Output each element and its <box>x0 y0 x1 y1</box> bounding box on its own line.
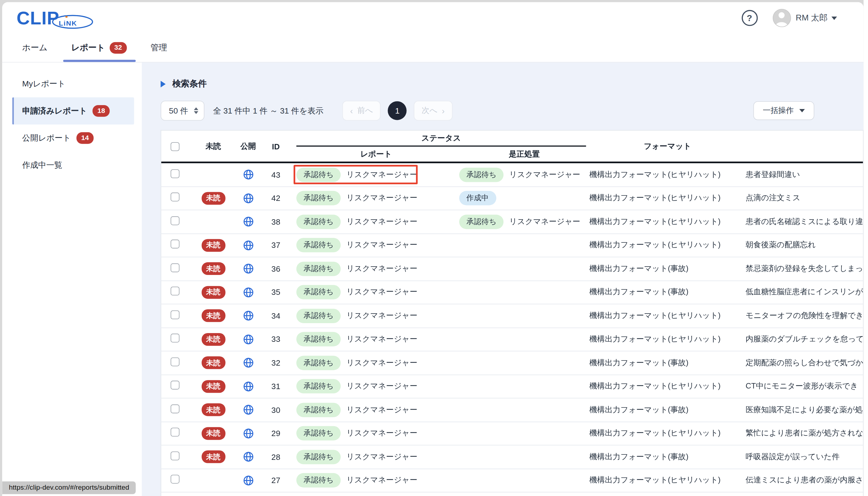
row-checkbox[interactable] <box>171 193 179 201</box>
row-checkbox[interactable] <box>171 404 179 413</box>
report-status-badge: 承認待ち <box>296 426 341 440</box>
table-row[interactable]: 38 承認待ち リスクマネージャー 承認待ち リスクマネージャー 機構出力フォー… <box>161 210 863 234</box>
table-row[interactable]: 未読 30 承認待ち リスクマネージャー 機構出力フォーマット(事故) 医療知識… <box>161 399 863 422</box>
row-checkbox[interactable] <box>171 169 179 178</box>
report-title: 禁忌薬剤の登録を失念してしまった <box>746 264 863 274</box>
row-checkbox[interactable] <box>171 357 179 366</box>
sidebar-submitted-count-badge: 18 <box>92 105 110 117</box>
public-globe-icon <box>243 475 254 486</box>
table-row[interactable]: 未読 31 承認待ち リスクマネージャー 機構出力フォーマット(ヒヤリハット) … <box>161 375 863 399</box>
table-row[interactable]: 未読 29 承認待ち リスクマネージャー 機構出力フォーマット(ヒヤリハット) … <box>161 422 863 445</box>
table-row[interactable]: 未読 35 承認待ち リスクマネージャー 機構出力フォーマット(事故) 低血糖性… <box>161 281 863 304</box>
user-name[interactable]: RM 太郎 <box>796 13 827 23</box>
public-globe-icon <box>243 357 254 368</box>
report-title: 患者の氏名確認ミスによる取り違え <box>746 217 863 227</box>
table-row[interactable]: 未読 36 承認待ち リスクマネージャー 機構出力フォーマット(事故) 禁忌薬剤… <box>161 257 863 281</box>
report-assignee: リスクマネージャー <box>346 193 418 203</box>
sidebar-item-submitted-reports[interactable]: 申請済みレポート 18 <box>12 97 134 124</box>
search-conditions-toggle[interactable]: 検索条件 <box>161 78 864 90</box>
table-row[interactable]: 未読 32 承認待ち リスクマネージャー 機構出力フォーマット(事故) 定期配薬… <box>161 352 863 375</box>
report-format: 機構出力フォーマット(ヒヤリハット) <box>589 334 746 344</box>
col-header-report: レポート <box>293 149 459 159</box>
report-title: 朝食後薬の配膳忘れ <box>746 240 863 250</box>
table-row[interactable]: 未読 37 承認待ち リスクマネージャー 機構出力フォーマット(ヒヤリハット) … <box>161 234 863 257</box>
correction-status-cell <box>459 445 589 468</box>
sidebar-item-my-reports[interactable]: Myレポート <box>2 70 142 97</box>
table-row[interactable]: 27 承認待ち リスクマネージャー 機構出力フォーマット(ヒヤリハット) 伝達ミ… <box>161 469 863 492</box>
app-logo[interactable]: CLIP LiNK <box>17 9 77 27</box>
report-status-badge: 承認待ち <box>296 450 341 464</box>
row-checkbox[interactable] <box>171 381 179 390</box>
tab-reports[interactable]: レポート 32 <box>71 34 126 62</box>
report-status-cell: 承認待ち リスクマネージャー <box>293 304 459 327</box>
correction-status-cell <box>459 492 589 496</box>
avatar[interactable] <box>773 9 791 27</box>
report-status-cell: 承認待ち リスクマネージャー <box>293 445 459 468</box>
unread-badge: 未読 <box>201 310 225 322</box>
table-row[interactable]: 未読 33 承認待ち リスクマネージャー 機構出力フォーマット(ヒヤリハット) … <box>161 328 863 352</box>
row-checkbox[interactable] <box>171 216 179 225</box>
correction-status-cell <box>459 469 589 492</box>
current-page-button[interactable]: 1 <box>388 101 407 120</box>
select-all-checkbox[interactable] <box>171 142 179 151</box>
row-checkbox[interactable] <box>171 428 179 437</box>
table-row[interactable]: 未読 26 承認待ち リスクマネージャー 機構出力フォーマット(ヒヤリハット) … <box>161 492 863 496</box>
unread-badge: 未読 <box>201 263 225 275</box>
body-row: Myレポート 申請済みレポート 18 公開レポート 14 作成中一覧 <box>2 63 864 496</box>
row-checkbox[interactable] <box>171 287 179 295</box>
page-size-select[interactable]: 50 件 <box>161 100 205 121</box>
next-page-label: 次へ <box>422 106 437 115</box>
link-url-statusbar: https://clip-dev.com/#/reports/submitted <box>2 481 136 494</box>
report-id: 33 <box>271 335 280 344</box>
report-status-cell: 承認待ち リスクマネージャー <box>293 210 459 233</box>
row-checkbox[interactable] <box>171 310 179 319</box>
table-row[interactable]: 未読 34 承認待ち リスクマネージャー 機構出力フォーマット(ヒヤリハット) … <box>161 304 863 328</box>
public-globe-icon <box>243 264 254 274</box>
report-format: 機構出力フォーマット(ヒヤリハット) <box>589 476 746 485</box>
tab-home[interactable]: ホーム <box>22 34 47 62</box>
report-status-cell: 承認待ち リスクマネージャー <box>293 187 459 210</box>
table-row[interactable]: 未読 28 承認待ち リスクマネージャー 機構出力フォーマット(事故) 呼吸器設… <box>161 445 863 469</box>
sidebar-item-drafts-list[interactable]: 作成中一覧 <box>2 152 142 179</box>
prev-page-button[interactable]: ‹ 前へ <box>343 100 381 121</box>
report-status-cell: 承認待ち リスクマネージャー <box>293 469 459 492</box>
report-title: 患者登録間違い <box>746 170 863 180</box>
logo-link-wrap: LiNK <box>59 17 77 27</box>
sidebar-item-label: 申請済みレポート <box>22 106 87 116</box>
report-format: 機構出力フォーマット(事故) <box>589 405 746 415</box>
report-status-badge: 承認待ち <box>296 332 341 347</box>
reports-table: 未読 公開 ID ステータス レポート 是正処置 フォーマット <box>161 130 864 496</box>
public-globe-icon <box>243 287 254 297</box>
col-header-format: フォーマット <box>589 141 746 152</box>
report-status-cell: 承認待ち リスクマネージャー <box>293 281 459 304</box>
next-page-button[interactable]: 次へ › <box>414 100 452 121</box>
report-title: 伝達ミスにより患者の薬が内服さ <box>746 476 863 485</box>
tab-reports-count-badge: 32 <box>109 42 126 53</box>
correction-status-cell <box>459 375 589 398</box>
table-row[interactable]: 未読 42 承認待ち リスクマネージャー 作成中 機構出力フォーマット(ヒヤリハ… <box>161 187 863 210</box>
row-checkbox[interactable] <box>171 451 179 460</box>
row-checkbox[interactable] <box>171 240 179 248</box>
row-checkbox[interactable] <box>171 475 179 484</box>
report-title: 内服薬のダブルチェックを怠って <box>746 334 863 344</box>
sidebar: Myレポート 申請済みレポート 18 公開レポート 14 作成中一覧 <box>2 63 142 496</box>
tab-admin[interactable]: 管理 <box>150 34 167 62</box>
unread-badge: 未読 <box>201 404 225 416</box>
col-header-title <box>746 131 863 161</box>
public-globe-icon <box>243 428 254 439</box>
report-status-cell: 承認待ち リスクマネージャー <box>293 422 459 445</box>
row-checkbox[interactable] <box>171 334 179 342</box>
report-format: 機構出力フォーマット(ヒヤリハット) <box>589 429 746 438</box>
chevron-down-icon[interactable] <box>832 16 837 19</box>
sidebar-item-public-reports[interactable]: 公開レポート 14 <box>2 124 142 152</box>
table-row[interactable]: 43 承認待ち リスクマネージャー 承認待ち リスクマネージャー 機構出力フォー… <box>161 163 863 187</box>
report-status-badge: 承認待ち <box>296 379 341 393</box>
bulk-actions-button[interactable]: 一括操作 <box>753 101 814 120</box>
row-checkbox[interactable] <box>171 263 179 272</box>
unread-badge: 未読 <box>201 357 225 369</box>
nav-tabs: ホーム レポート 32 管理 <box>2 34 864 63</box>
report-format: 機構出力フォーマット(事故) <box>589 287 746 297</box>
unread-badge: 未読 <box>201 239 225 252</box>
help-icon[interactable]: ? <box>742 10 757 26</box>
correction-status-cell: 承認待ち リスクマネージャー <box>459 163 589 186</box>
